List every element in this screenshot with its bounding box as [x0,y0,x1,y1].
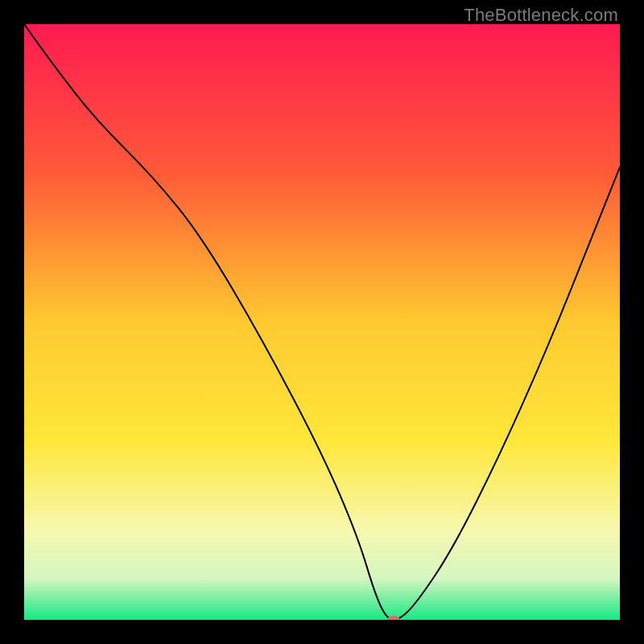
chart-svg [24,24,620,620]
gradient-background [24,24,620,620]
chart-frame: TheBottleneck.com [0,0,644,644]
plot-area [24,24,620,620]
attribution-text: TheBottleneck.com [464,5,618,26]
